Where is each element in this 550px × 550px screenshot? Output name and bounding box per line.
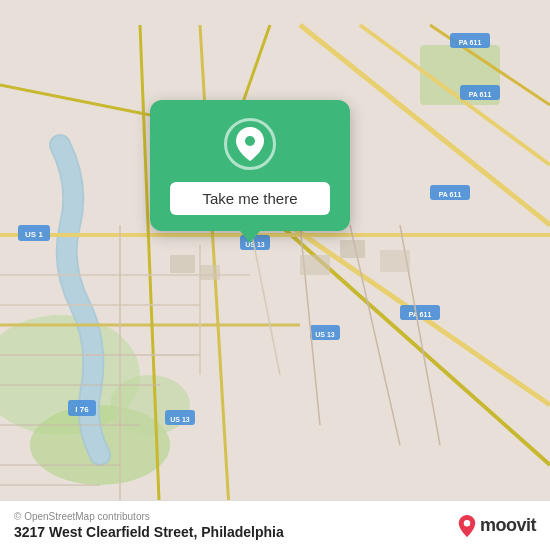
svg-point-4: [110, 375, 190, 435]
svg-text:PA 611: PA 611: [459, 39, 482, 46]
svg-text:US 1: US 1: [25, 230, 43, 239]
svg-rect-48: [170, 255, 195, 273]
moovit-logo: moovit: [458, 515, 536, 537]
svg-text:US 13: US 13: [315, 331, 335, 338]
svg-rect-50: [300, 255, 330, 275]
moovit-pin-icon: [458, 515, 476, 537]
pin-icon: [224, 118, 276, 170]
address-line: 3217 West Clearfield Street, Philadelphi…: [14, 524, 284, 540]
location-card: Take me there: [150, 100, 350, 231]
map-container: US 1 I 76 US 13 US 13 US 13 PA 611 PA 61…: [0, 0, 550, 550]
map-background: US 1 I 76 US 13 US 13 US 13 PA 611 PA 61…: [0, 0, 550, 550]
svg-text:PA 611: PA 611: [439, 191, 462, 198]
address-section: © OpenStreetMap contributors 3217 West C…: [14, 511, 284, 540]
svg-text:I 76: I 76: [75, 405, 89, 414]
svg-rect-49: [200, 265, 220, 280]
svg-rect-51: [340, 240, 365, 258]
take-me-there-button[interactable]: Take me there: [170, 182, 330, 215]
svg-point-53: [245, 136, 255, 146]
svg-text:US 13: US 13: [170, 416, 190, 423]
svg-text:PA 611: PA 611: [469, 91, 492, 98]
svg-point-54: [464, 520, 470, 526]
svg-text:PA 611: PA 611: [409, 311, 432, 318]
moovit-brand-text: moovit: [480, 515, 536, 536]
osm-attribution: © OpenStreetMap contributors: [14, 511, 284, 522]
svg-rect-52: [380, 250, 410, 272]
bottom-bar: © OpenStreetMap contributors 3217 West C…: [0, 500, 550, 550]
